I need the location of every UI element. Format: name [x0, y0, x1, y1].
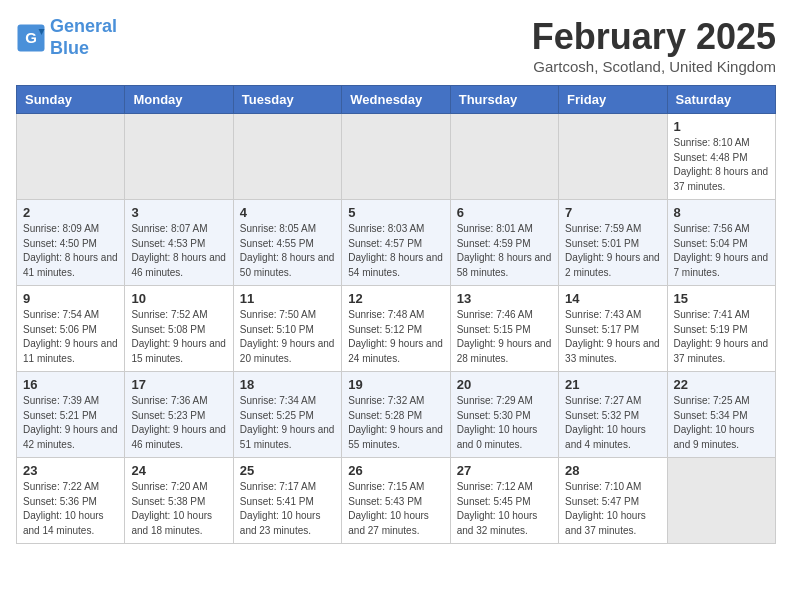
day-info: Sunrise: 7:39 AMSunset: 5:21 PMDaylight:…	[23, 394, 118, 452]
logo-text: General Blue	[50, 16, 117, 59]
day-cell: 5Sunrise: 8:03 AMSunset: 4:57 PMDaylight…	[342, 200, 450, 286]
day-number: 11	[240, 291, 335, 306]
day-info: Sunrise: 7:15 AMSunset: 5:43 PMDaylight:…	[348, 480, 443, 538]
day-number: 16	[23, 377, 118, 392]
calendar-table: SundayMondayTuesdayWednesdayThursdayFrid…	[16, 85, 776, 544]
day-number: 3	[131, 205, 226, 220]
day-number: 5	[348, 205, 443, 220]
day-number: 22	[674, 377, 769, 392]
day-number: 13	[457, 291, 552, 306]
day-number: 15	[674, 291, 769, 306]
day-info: Sunrise: 7:29 AMSunset: 5:30 PMDaylight:…	[457, 394, 552, 452]
day-info: Sunrise: 8:03 AMSunset: 4:57 PMDaylight:…	[348, 222, 443, 280]
week-row-5: 23Sunrise: 7:22 AMSunset: 5:36 PMDayligh…	[17, 458, 776, 544]
day-number: 10	[131, 291, 226, 306]
day-info: Sunrise: 7:46 AMSunset: 5:15 PMDaylight:…	[457, 308, 552, 366]
day-cell: 18Sunrise: 7:34 AMSunset: 5:25 PMDayligh…	[233, 372, 341, 458]
week-row-1: 1Sunrise: 8:10 AMSunset: 4:48 PMDaylight…	[17, 114, 776, 200]
day-cell: 9Sunrise: 7:54 AMSunset: 5:06 PMDaylight…	[17, 286, 125, 372]
day-number: 18	[240, 377, 335, 392]
day-number: 24	[131, 463, 226, 478]
day-number: 27	[457, 463, 552, 478]
day-cell: 24Sunrise: 7:20 AMSunset: 5:38 PMDayligh…	[125, 458, 233, 544]
day-cell: 8Sunrise: 7:56 AMSunset: 5:04 PMDaylight…	[667, 200, 775, 286]
day-info: Sunrise: 7:59 AMSunset: 5:01 PMDaylight:…	[565, 222, 660, 280]
day-cell: 1Sunrise: 8:10 AMSunset: 4:48 PMDaylight…	[667, 114, 775, 200]
weekday-header-wednesday: Wednesday	[342, 86, 450, 114]
day-info: Sunrise: 7:41 AMSunset: 5:19 PMDaylight:…	[674, 308, 769, 366]
weekday-header-friday: Friday	[559, 86, 667, 114]
day-cell: 20Sunrise: 7:29 AMSunset: 5:30 PMDayligh…	[450, 372, 558, 458]
day-cell: 2Sunrise: 8:09 AMSunset: 4:50 PMDaylight…	[17, 200, 125, 286]
day-info: Sunrise: 7:25 AMSunset: 5:34 PMDaylight:…	[674, 394, 769, 452]
day-number: 4	[240, 205, 335, 220]
day-info: Sunrise: 7:43 AMSunset: 5:17 PMDaylight:…	[565, 308, 660, 366]
day-info: Sunrise: 7:50 AMSunset: 5:10 PMDaylight:…	[240, 308, 335, 366]
day-number: 25	[240, 463, 335, 478]
location-title: Gartcosh, Scotland, United Kingdom	[532, 58, 776, 75]
day-cell: 10Sunrise: 7:52 AMSunset: 5:08 PMDayligh…	[125, 286, 233, 372]
day-number: 14	[565, 291, 660, 306]
day-cell: 7Sunrise: 7:59 AMSunset: 5:01 PMDaylight…	[559, 200, 667, 286]
day-number: 19	[348, 377, 443, 392]
week-row-3: 9Sunrise: 7:54 AMSunset: 5:06 PMDaylight…	[17, 286, 776, 372]
week-row-4: 16Sunrise: 7:39 AMSunset: 5:21 PMDayligh…	[17, 372, 776, 458]
day-number: 1	[674, 119, 769, 134]
svg-text:G: G	[25, 28, 37, 45]
day-cell: 14Sunrise: 7:43 AMSunset: 5:17 PMDayligh…	[559, 286, 667, 372]
day-info: Sunrise: 7:27 AMSunset: 5:32 PMDaylight:…	[565, 394, 660, 452]
day-cell: 19Sunrise: 7:32 AMSunset: 5:28 PMDayligh…	[342, 372, 450, 458]
day-cell	[342, 114, 450, 200]
week-row-2: 2Sunrise: 8:09 AMSunset: 4:50 PMDaylight…	[17, 200, 776, 286]
day-cell: 21Sunrise: 7:27 AMSunset: 5:32 PMDayligh…	[559, 372, 667, 458]
day-cell: 28Sunrise: 7:10 AMSunset: 5:47 PMDayligh…	[559, 458, 667, 544]
day-cell: 17Sunrise: 7:36 AMSunset: 5:23 PMDayligh…	[125, 372, 233, 458]
day-number: 8	[674, 205, 769, 220]
day-cell: 3Sunrise: 8:07 AMSunset: 4:53 PMDaylight…	[125, 200, 233, 286]
day-cell: 11Sunrise: 7:50 AMSunset: 5:10 PMDayligh…	[233, 286, 341, 372]
day-info: Sunrise: 7:22 AMSunset: 5:36 PMDaylight:…	[23, 480, 118, 538]
day-number: 20	[457, 377, 552, 392]
weekday-header-monday: Monday	[125, 86, 233, 114]
weekday-header-thursday: Thursday	[450, 86, 558, 114]
day-info: Sunrise: 7:56 AMSunset: 5:04 PMDaylight:…	[674, 222, 769, 280]
day-cell: 22Sunrise: 7:25 AMSunset: 5:34 PMDayligh…	[667, 372, 775, 458]
day-info: Sunrise: 7:10 AMSunset: 5:47 PMDaylight:…	[565, 480, 660, 538]
day-info: Sunrise: 8:10 AMSunset: 4:48 PMDaylight:…	[674, 136, 769, 194]
day-info: Sunrise: 7:48 AMSunset: 5:12 PMDaylight:…	[348, 308, 443, 366]
day-info: Sunrise: 7:36 AMSunset: 5:23 PMDaylight:…	[131, 394, 226, 452]
day-cell: 25Sunrise: 7:17 AMSunset: 5:41 PMDayligh…	[233, 458, 341, 544]
day-info: Sunrise: 7:52 AMSunset: 5:08 PMDaylight:…	[131, 308, 226, 366]
day-number: 7	[565, 205, 660, 220]
day-number: 17	[131, 377, 226, 392]
day-number: 21	[565, 377, 660, 392]
day-cell	[450, 114, 558, 200]
day-cell: 23Sunrise: 7:22 AMSunset: 5:36 PMDayligh…	[17, 458, 125, 544]
day-number: 28	[565, 463, 660, 478]
day-info: Sunrise: 7:20 AMSunset: 5:38 PMDaylight:…	[131, 480, 226, 538]
page-header: G General Blue February 2025 Gartcosh, S…	[16, 16, 776, 75]
day-cell	[125, 114, 233, 200]
day-info: Sunrise: 8:05 AMSunset: 4:55 PMDaylight:…	[240, 222, 335, 280]
weekday-header-saturday: Saturday	[667, 86, 775, 114]
day-number: 23	[23, 463, 118, 478]
day-cell: 4Sunrise: 8:05 AMSunset: 4:55 PMDaylight…	[233, 200, 341, 286]
day-cell	[17, 114, 125, 200]
day-number: 12	[348, 291, 443, 306]
day-cell: 15Sunrise: 7:41 AMSunset: 5:19 PMDayligh…	[667, 286, 775, 372]
logo: G General Blue	[16, 16, 117, 59]
day-cell	[667, 458, 775, 544]
day-cell: 12Sunrise: 7:48 AMSunset: 5:12 PMDayligh…	[342, 286, 450, 372]
title-block: February 2025 Gartcosh, Scotland, United…	[532, 16, 776, 75]
logo-blue: Blue	[50, 38, 89, 58]
day-info: Sunrise: 8:09 AMSunset: 4:50 PMDaylight:…	[23, 222, 118, 280]
day-number: 6	[457, 205, 552, 220]
logo-general: General	[50, 16, 117, 36]
day-info: Sunrise: 8:01 AMSunset: 4:59 PMDaylight:…	[457, 222, 552, 280]
weekday-header-row: SundayMondayTuesdayWednesdayThursdayFrid…	[17, 86, 776, 114]
day-cell: 13Sunrise: 7:46 AMSunset: 5:15 PMDayligh…	[450, 286, 558, 372]
day-info: Sunrise: 8:07 AMSunset: 4:53 PMDaylight:…	[131, 222, 226, 280]
day-cell	[233, 114, 341, 200]
day-number: 2	[23, 205, 118, 220]
day-info: Sunrise: 7:34 AMSunset: 5:25 PMDaylight:…	[240, 394, 335, 452]
